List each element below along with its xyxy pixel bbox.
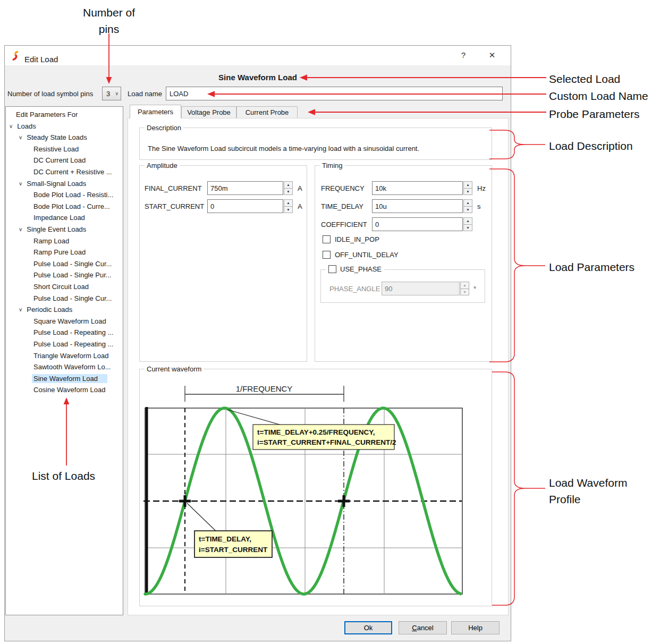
load-tree: Edit Parameters For∨Loads∨Steady State L… <box>5 106 123 615</box>
chevron-down-icon[interactable]: ∨ <box>19 134 22 140</box>
help-button[interactable]: ? <box>453 48 474 63</box>
final-current-stepper[interactable]: ▲▼ <box>284 181 293 195</box>
final-current-input[interactable]: 750m <box>207 181 283 195</box>
annotation-custom-load-name: Custom Load Name <box>549 88 648 104</box>
close-button[interactable]: ✕ <box>481 48 503 63</box>
tree-item-bode-plot-load-curre[interactable]: Bode Plot Load - Curre... <box>6 201 123 212</box>
chevron-down-icon[interactable]: ∨ <box>19 307 22 312</box>
tree-item-small-signal-loads[interactable]: ∨Small-Signal Loads <box>6 178 123 189</box>
load-name-input[interactable]: LOAD <box>166 87 503 100</box>
tree-item-label: Periodic Loads <box>25 305 74 314</box>
tree-item-periodic-loads[interactable]: ∨Periodic Loads <box>6 304 123 315</box>
final-current-label: FINAL_CURRENT <box>145 184 207 192</box>
tree-item-label: Impedance Load <box>32 213 87 222</box>
off-until-delay-label: OFF_UNTIL_DELAY <box>335 251 399 259</box>
off-until-delay-checkbox[interactable] <box>323 251 331 259</box>
amplitude-group-label: Amplitude <box>145 162 180 170</box>
tree-item-dc-current-resistive[interactable]: DC Current + Resistive ... <box>6 166 123 177</box>
tree-item-steady-state-loads[interactable]: ∨Steady State Loads <box>6 132 123 143</box>
idle-in-pop-checkbox[interactable] <box>323 235 331 243</box>
tree-item-label: Square Waveform Load <box>32 317 108 326</box>
tree-item-cosine-waveform-load[interactable]: Cosine Waveform Load <box>6 384 123 395</box>
annotation-load-waveform-profile: Load Waveform Profile <box>549 474 627 507</box>
tab-current-probe[interactable]: Current Probe <box>236 106 298 118</box>
tree-item-label: Triangle Waveform Load <box>32 351 110 360</box>
load-name-label: Load name <box>128 90 162 98</box>
use-phase-checkbox[interactable] <box>328 265 336 273</box>
tree-item-label: DC Current Load <box>32 156 87 165</box>
tree-item-loads[interactable]: ∨Loads <box>6 121 123 132</box>
cancel-button[interactable]: Cancel <box>399 621 447 634</box>
tree-item-edit-parameters-for[interactable]: Edit Parameters For <box>6 109 123 120</box>
tree-item-label: Pulse Load - Single Cur... <box>32 259 113 268</box>
chevron-down-icon[interactable]: ∨ <box>19 226 22 232</box>
start-current-stepper[interactable]: ▲▼ <box>284 199 293 213</box>
tree-item-label: Sawtooth Waveform Lo... <box>32 362 112 371</box>
time-delay-input[interactable]: 10u <box>372 199 463 213</box>
coefficient-label: COEFFICIENT <box>321 221 372 228</box>
tree-item-label: Short Circuit Load <box>32 282 90 291</box>
tree-item-pulse-load-repeating[interactable]: Pulse Load - Repeating ... <box>6 338 123 350</box>
chevron-down-icon[interactable]: ∨ <box>19 181 22 187</box>
tree-item-label: Pulse Load - Repeating ... <box>32 328 115 337</box>
idle-in-pop-row: IDLE_IN_POP <box>323 235 379 243</box>
timing-group-label: Timing <box>320 162 345 170</box>
chevron-down-icon[interactable]: ∨ <box>9 123 13 129</box>
coefficient-row: COEFFICIENT 0 ▲▼ <box>321 217 472 231</box>
tree-item-dc-current-load[interactable]: DC Current Load <box>6 155 123 166</box>
phase-angle-label: PHASE_ANGLE <box>329 285 382 293</box>
frequency-unit: Hz <box>477 184 486 192</box>
off-until-delay-row: OFF_UNTIL_DELAY <box>323 251 399 259</box>
final-current-unit: A <box>298 184 302 192</box>
pins-count-dropdown[interactable]: 3 ∨ <box>102 87 121 100</box>
tree-item-pulse-load-repeating[interactable]: Pulse Load - Repeating ... <box>6 327 123 338</box>
current-waveform-group-label: Current waveform <box>145 365 204 373</box>
phase-angle-input: 90 <box>382 282 460 295</box>
tab-voltage-probe[interactable]: Voltage Probe <box>181 106 236 118</box>
tree-item-short-circuit-load[interactable]: Short Circuit Load <box>6 281 123 292</box>
tree-item-single-event-loads[interactable]: ∨Single Event Loads <box>6 224 123 235</box>
time-delay-stepper[interactable]: ▲▼ <box>463 199 472 213</box>
spinner-down-icon: ▼ <box>463 189 472 196</box>
coefficient-stepper[interactable]: ▲▼ <box>463 217 472 231</box>
tree-item-sawtooth-waveform-lo[interactable]: Sawtooth Waveform Lo... <box>6 361 123 372</box>
tree-item-label: Single Event Loads <box>25 225 88 234</box>
annotation-selected-load: Selected Load <box>549 71 620 87</box>
tree-item-ramp-pure-load[interactable]: Ramp Pure Load <box>6 247 123 258</box>
frequency-input[interactable]: 10k <box>372 181 463 195</box>
tree-item-sine-waveform-load[interactable]: Sine Waveform Load <box>6 373 123 384</box>
time-delay-row: TIME_DELAY 10u ▲▼ s <box>321 199 481 213</box>
tree-item-impedance-load[interactable]: Impedance Load <box>6 212 123 223</box>
time-delay-label: TIME_DELAY <box>321 202 372 210</box>
start-current-unit: A <box>298 202 302 210</box>
window-title: Edit Load <box>24 55 58 64</box>
tree-item-triangle-waveform-load[interactable]: Triangle Waveform Load <box>6 350 123 361</box>
coefficient-input[interactable]: 0 <box>372 217 463 231</box>
pins-count-value: 3 <box>106 90 110 98</box>
tree-item-bode-plot-load-resisti[interactable]: Bode Plot Load - Resisti... <box>6 189 123 200</box>
annotation-load-parameters: Load Parameters <box>549 259 634 275</box>
ok-button[interactable]: Ok <box>344 621 392 634</box>
tree-item-label: Edit Parameters For <box>14 110 79 119</box>
tab-parameters[interactable]: Parameters <box>130 105 181 118</box>
tree-item-pulse-load-single-cur[interactable]: Pulse Load - Single Cur... <box>6 293 123 304</box>
tree-item-ramp-load[interactable]: Ramp Load <box>6 235 123 247</box>
use-phase-label: USE_PHASE <box>340 265 382 273</box>
help-button-bottom[interactable]: Help <box>451 621 500 634</box>
time-delay-unit: s <box>477 202 481 210</box>
tree-item-label: Cosine Waveform Load <box>32 385 107 394</box>
spinner-down-icon: ▼ <box>463 207 472 214</box>
tree-item-label: Loads <box>15 122 37 131</box>
start-current-row: START_CURRENT 0 ▲▼ A <box>145 199 302 213</box>
spinner-up-icon: ▲ <box>463 217 472 225</box>
frequency-row: FREQUENCY 10k ▲▼ Hz <box>321 181 486 195</box>
spinner-up-icon: ▲ <box>463 199 472 207</box>
start-current-input[interactable]: 0 <box>207 199 283 213</box>
tree-item-pulse-load-single-pur[interactable]: Pulse Load - Single Pur... <box>6 269 123 281</box>
tree-item-square-waveform-load[interactable]: Square Waveform Load <box>6 316 123 327</box>
frequency-stepper[interactable]: ▲▼ <box>463 181 472 195</box>
pins-count-label: Number of load symbol pins <box>7 90 93 98</box>
tree-item-resistive-load[interactable]: Resistive Load <box>6 143 123 155</box>
spinner-up-icon: ▲ <box>284 199 293 207</box>
tree-item-pulse-load-single-cur[interactable]: Pulse Load - Single Cur... <box>6 258 123 269</box>
